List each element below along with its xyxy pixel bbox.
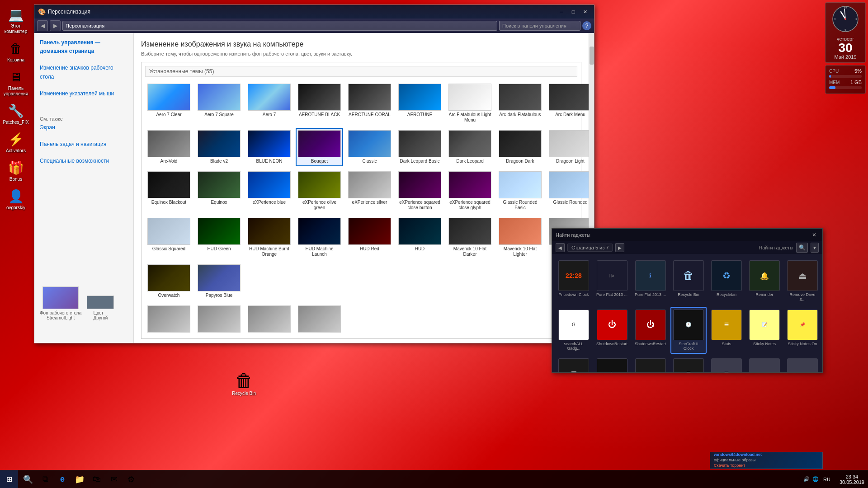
gadget-item-pureflat-2013-2[interactable]: ℹ Pure Flat 2013 ...	[632, 258, 669, 305]
theme-item-bouquet[interactable]: Bouquet	[296, 128, 343, 166]
sidebar-icons-link[interactable]: Изменение значков рабочего стола	[40, 64, 128, 81]
theme-item-dragoon-light[interactable]: Dragoon Light	[547, 128, 589, 166]
theme-item-partial1[interactable]	[145, 303, 193, 335]
desktop-icon-control-panel[interactable]: 🖥 Панель управления	[1, 67, 31, 99]
gadgets-dropdown-button[interactable]: ▼	[811, 243, 819, 253]
gadget-item-stickynotes[interactable]: 📝 Sticky Notes	[746, 307, 783, 354]
gadget-item-pureflat-2013-1[interactable]: II× Pure Flat 2013 ...	[594, 258, 630, 305]
theme-item-aerotune-black[interactable]: AEROTUNE BLACK	[296, 81, 343, 125]
theme-item-aero-7-square[interactable]: Aero 7 Square	[195, 81, 243, 125]
theme-item-partial2[interactable]	[195, 303, 243, 335]
clock-widget[interactable]: 12 3 6 9 четверг 30 Май 2019	[825, 2, 866, 63]
theme-item-papyros-blue[interactable]: Papyros Blue	[195, 262, 243, 300]
gadget-item-sysmonitor[interactable]: 📊 System Monitor II	[556, 356, 592, 372]
ad-banner[interactable]: windows64download.net официальные образы…	[710, 452, 823, 469]
theme-item-glassic-rounded[interactable]: Glassic Rounded	[547, 169, 589, 213]
theme-item-aero-7[interactable]: Aero 7	[245, 81, 293, 125]
theme-item-dragoon-dark[interactable]: Dragoon Dark	[496, 128, 544, 166]
theme-item-hud[interactable]: HUD	[396, 216, 443, 259]
wallpaper-preview[interactable]: Фон рабочего стола StreamofLight	[40, 286, 81, 320]
theme-item-hud-green[interactable]: HUD Green	[195, 216, 243, 259]
sidebar-home-link[interactable]: Панель управления — домашняя страница	[40, 38, 128, 56]
theme-item-arc-flatabulous-light[interactable]: Arc Flatabulous Light Menu	[446, 81, 494, 125]
theme-item-hud-red[interactable]: HUD Red	[346, 216, 393, 259]
gadget-item-transparent[interactable]: ⬜ Transparent - cl...	[708, 356, 745, 372]
gadget-item-topprocess[interactable]: 📈 Top Process Mo...	[670, 356, 707, 372]
gadgets-search-button[interactable]: 🔍	[796, 243, 808, 253]
taskbar-explorer[interactable]: 📁	[71, 471, 88, 488]
gadget-item-shutdownrestart2[interactable]: ⏻ ShutdownRestart	[632, 307, 669, 354]
taskbar-store[interactable]: 🛍	[89, 471, 105, 488]
taskbar-clock[interactable]: 23:34 30.05.2019	[836, 474, 868, 485]
search-bar[interactable]: Поиск в панели управления	[499, 21, 580, 31]
theme-item-partial3[interactable]	[245, 303, 293, 335]
gadget-item-removedrive[interactable]: ⏏ Remove Drive S...	[784, 258, 821, 305]
theme-item-overwatch[interactable]: Overwatch	[145, 262, 193, 300]
theme-item-hud-machine-burnt[interactable]: HUD Machine Burnt Orange	[245, 216, 293, 259]
theme-item-classic[interactable]: Classic	[346, 128, 393, 166]
sidebar-mouse-link[interactable]: Изменение указателей мыши	[40, 89, 128, 98]
back-button[interactable]: ◀	[37, 20, 48, 31]
gadget-item-topfive[interactable]: ↑5 Top Five	[632, 356, 669, 372]
theme-item-arc-dark-menu[interactable]: Arc Dark Menu	[547, 81, 589, 125]
taskbar-settings[interactable]: ⚙	[123, 471, 139, 488]
theme-item-maverick-flat-dark[interactable]: Maverick 10 Flat Darker	[446, 216, 494, 259]
gadget-item-sysuptime[interactable]: ⏱ System Uptime ...	[594, 356, 630, 372]
gadget-item-recyclebin2[interactable]: ♻ Recyclebin	[708, 258, 745, 305]
desktop-icon-my-computer[interactable]: 💻 Этот компьютер	[1, 5, 31, 36]
taskbar-task-view[interactable]: ⧉	[37, 471, 53, 488]
theme-item-maverick-flat-light[interactable]: Maverick 10 Flat Lighter	[496, 216, 544, 259]
desktop-icon-bonus[interactable]: 🎁 Bonus	[1, 158, 31, 184]
scrollbar-thumb[interactable]	[590, 47, 594, 65]
forward-button[interactable]: ▶	[50, 20, 61, 31]
gadget-item-stats[interactable]: ≡ Stats	[708, 307, 745, 354]
theme-item-exp-sq-close-glyph[interactable]: eXPerience squared close glyph	[446, 169, 494, 213]
tray-lang[interactable]: RU	[821, 477, 832, 482]
help-button[interactable]: ?	[582, 21, 591, 30]
theme-item-equinox[interactable]: Equinox	[195, 169, 243, 213]
gadget-item-placeholder1[interactable]	[746, 356, 783, 372]
gadgets-close-button[interactable]: ✕	[810, 231, 819, 239]
theme-item-dark-leopard-basic[interactable]: Dark Leopard Basic	[396, 128, 443, 166]
address-bar[interactable]: Персонализация	[62, 21, 497, 31]
minimize-button[interactable]: ─	[556, 7, 567, 16]
color-preview[interactable]: Цвет Другой	[87, 296, 114, 320]
start-button[interactable]: ⊞	[0, 470, 18, 488]
taskbar-ie[interactable]: e	[54, 471, 71, 488]
desktop-icon-activators[interactable]: ⚡ Activators	[1, 129, 31, 155]
gadget-item-shutdownrestart1[interactable]: ⏻ ShutdownRestart	[594, 307, 630, 354]
taskbar-mail[interactable]: ✉	[106, 471, 122, 488]
theme-item-equinox-blackout[interactable]: Equinox Blackout	[145, 169, 193, 213]
close-button[interactable]: ✕	[580, 7, 590, 16]
gadget-item-searchall[interactable]: G searchALL Gadg...	[556, 307, 592, 354]
gadget-item-placeholder2[interactable]	[784, 356, 821, 372]
theme-item-glassic-squared[interactable]: Glassic Squared	[145, 216, 193, 259]
theme-item-exp-blue[interactable]: eXPerience blue	[245, 169, 293, 213]
tray-network[interactable]: 🌐	[812, 476, 819, 482]
tray-sound[interactable]: 🔊	[803, 476, 810, 482]
theme-item-glassic-rounded-basic[interactable]: Glassic Rounded Basic	[496, 169, 544, 213]
sidebar-screen-link[interactable]: Экран	[40, 123, 128, 132]
sidebar-accessibility-link[interactable]: Специальные возможности	[40, 157, 128, 165]
desktop-icon-ovgorskiy[interactable]: 👤 ovgorskiy	[1, 186, 31, 212]
theme-item-exp-silver[interactable]: eXPerience silver	[346, 169, 393, 213]
taskbar-search[interactable]: 🔍	[20, 471, 36, 488]
gadgets-next-button[interactable]: ▶	[615, 243, 624, 252]
theme-item-aerotune[interactable]: AEROTUNE	[396, 81, 443, 125]
maximize-button[interactable]: □	[568, 7, 579, 16]
theme-item-partial4[interactable]	[296, 303, 343, 335]
gadget-item-recycle-bin-gadget[interactable]: 🗑 Recycle Bin	[670, 258, 707, 305]
gadgets-prev-button[interactable]: ◀	[556, 243, 565, 252]
desktop-icon-patches[interactable]: 🔧 Patches_FIX	[1, 101, 31, 127]
gadget-item-stickynotes-on[interactable]: 📌 Sticky Notes On	[784, 307, 821, 354]
theme-item-exp-olive[interactable]: eXPerience olive green	[296, 169, 343, 213]
theme-item-arc-void[interactable]: Arc-Void	[145, 128, 193, 166]
main-panel[interactable]: Изменение изображения и звука на компьют…	[134, 33, 589, 343]
theme-item-dark-leopard[interactable]: Dark Leopard	[446, 128, 494, 166]
theme-item-exp-sq-close-btn[interactable]: eXPerience squared close button	[396, 169, 443, 213]
theme-item-arc-dark-flatabulous[interactable]: Arc-dark Flatabulous	[496, 81, 544, 125]
theme-item-aerotune-coral[interactable]: AEROTUNE CORAL	[346, 81, 393, 125]
theme-item-blade-v2[interactable]: Blade v2	[195, 128, 243, 166]
gadget-item-starcraft-clock[interactable]: 🕐 StarCraft II Clock	[670, 307, 707, 354]
sidebar-taskbar-link[interactable]: Панель задач и навигация	[40, 140, 128, 149]
